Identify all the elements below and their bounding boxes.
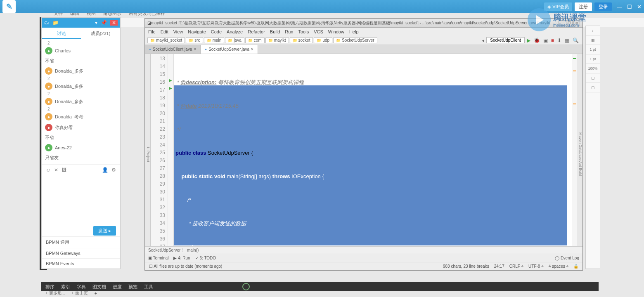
editor-minimap[interactable] xyxy=(572,54,577,246)
menu-tools[interactable]: Tools xyxy=(298,29,309,34)
pin-icon[interactable]: 📌 xyxy=(101,20,107,26)
status-pos[interactable]: 24:17 xyxy=(494,264,504,269)
prop-item[interactable]: ↕ xyxy=(586,26,600,35)
right-toolwindow-bar[interactable]: Maven Database Ant Build xyxy=(577,54,582,246)
ide-statusbar: ☐ All files are up to date (moments ago)… xyxy=(145,262,582,270)
tab-discuss[interactable]: 讨论 xyxy=(42,28,81,39)
vcs-icon[interactable]: ⬇ xyxy=(556,38,563,43)
bottom-item[interactable]: 排序 xyxy=(45,284,54,290)
tab-eventlog[interactable]: ◯ Event Log xyxy=(555,256,579,260)
list-item[interactable]: ●Donalda_多多 xyxy=(42,81,120,92)
login-button[interactable]: 登录 xyxy=(594,2,612,11)
add-page-button[interactable]: + xyxy=(95,291,97,296)
folder-icon[interactable]: 🗂 xyxy=(44,20,49,26)
run-icon[interactable]: ▶ xyxy=(526,38,532,43)
close-icon[interactable]: ✕ xyxy=(637,4,642,10)
stop-icon[interactable]: ■ xyxy=(550,38,555,43)
list-item[interactable]: ●Charles xyxy=(42,45,120,56)
tab-todo[interactable]: ✓ 6: TODO xyxy=(195,256,216,260)
code-area[interactable]: * @description: 每特教育独创第五期互联网架构课程 * @date… xyxy=(174,54,572,246)
x-icon[interactable]: ✕ xyxy=(54,167,58,173)
menu-refactor[interactable]: Refactor xyxy=(248,29,265,34)
crumb[interactable]: SocketUdpServer xyxy=(333,37,377,43)
bottom-item[interactable]: 工具 xyxy=(144,284,153,290)
bottom-item[interactable]: 进度 xyxy=(113,284,122,290)
shape-item[interactable]: BPMN Gateways xyxy=(42,248,120,258)
crumb[interactable]: mayikt xyxy=(265,37,289,43)
prop-item[interactable]: ▦ xyxy=(586,35,600,45)
menu-build[interactable]: Build xyxy=(270,29,280,34)
power-icon[interactable] xyxy=(242,283,250,290)
run-gutter-icon[interactable]: ▶ xyxy=(169,86,172,90)
crumb[interactable]: udp xyxy=(314,37,332,43)
prop-item[interactable]: 1 pt xyxy=(586,45,600,54)
user-icon[interactable]: 👤 xyxy=(102,167,108,173)
page-tab[interactable]: + 第 1 页 xyxy=(71,290,88,296)
send-button[interactable]: 发送 ▸ xyxy=(93,226,116,236)
prop-item[interactable]: 1 pt xyxy=(586,54,600,64)
code-editor[interactable]: 1314151617181920212223242526272829303132… xyxy=(151,54,577,246)
editor-breadcrumb[interactable]: SocketUdpServer 〉 main() xyxy=(145,246,582,254)
crumb[interactable]: mayikt_socket xyxy=(147,37,185,43)
run-config-select[interactable]: SocketUdpClient xyxy=(486,37,524,43)
run-gutter-icon[interactable]: ▶ xyxy=(169,78,172,82)
list-item[interactable]: ●Donalda_多多 xyxy=(42,96,120,107)
menu-window[interactable]: Window xyxy=(328,29,344,34)
crumb[interactable]: src xyxy=(186,37,203,43)
list-item: 不省 xyxy=(42,56,120,66)
crumb[interactable]: main xyxy=(204,37,225,43)
nav-back-icon[interactable]: ◂ xyxy=(481,38,485,43)
maximize-icon[interactable]: ☐ xyxy=(627,4,632,10)
prop-item[interactable]: ▢ xyxy=(586,83,600,92)
search-icon[interactable]: 🔍 xyxy=(571,38,580,43)
tab-members[interactable]: 成员(231) xyxy=(81,28,120,39)
status-indent[interactable]: 4 spaces ÷ xyxy=(549,264,568,269)
debug-icon[interactable]: 🐞 xyxy=(533,38,541,43)
menu-code[interactable]: Code xyxy=(211,29,222,34)
chat-tabs: 讨论 成员(231) xyxy=(42,28,120,39)
crumb[interactable]: com xyxy=(245,37,265,43)
folder-icon[interactable]: 📁 xyxy=(52,20,59,26)
menu-file[interactable]: File xyxy=(148,29,156,34)
list-item[interactable]: ●Donalda_考考 xyxy=(42,111,120,122)
status-enc[interactable]: UTF-8 ÷ xyxy=(528,264,544,269)
structure-icon[interactable]: ▦ xyxy=(564,38,571,43)
emoji-icon[interactable]: ☺ xyxy=(46,167,51,173)
shape-item[interactable]: BPMN Events xyxy=(42,258,120,269)
ide-titlebar[interactable]: ◪ mayikt_socket [E:\临教教育\互联网教育大数据架构学\v50… xyxy=(145,19,582,28)
menu-help[interactable]: Help xyxy=(349,29,359,34)
bottom-item[interactable]: 预览 xyxy=(128,284,137,290)
bottom-item[interactable]: 索引 xyxy=(61,284,70,290)
lock-icon[interactable]: 🔒 xyxy=(573,264,578,269)
image-icon[interactable]: 🖼 xyxy=(62,167,66,173)
gear-icon[interactable]: ⚙ xyxy=(111,167,116,173)
crumb[interactable]: java xyxy=(225,37,244,43)
list-item[interactable]: ●Donalda_多多 xyxy=(42,66,120,76)
menu-view[interactable]: View xyxy=(173,29,183,34)
coverage-icon[interactable]: ▣ xyxy=(542,38,549,43)
menu-vcs[interactable]: VCS xyxy=(314,29,323,34)
editor-tab[interactable]: SocketUdpServer.java× xyxy=(201,45,258,54)
prop-item[interactable]: 100% xyxy=(586,64,600,73)
editor-tab[interactable]: SocketUdpClient.java× xyxy=(145,45,201,54)
left-toolwindow-bar[interactable]: 1: Project xyxy=(145,54,151,246)
close-icon[interactable]: ✕ xyxy=(110,20,118,26)
add-shape-button[interactable]: + 更多形... xyxy=(45,290,65,296)
menu-analyze[interactable]: Analyze xyxy=(227,29,243,34)
bottom-item[interactable]: 字典 xyxy=(77,284,86,290)
shape-item[interactable]: BPMN 通用 xyxy=(42,236,120,248)
bottom-item[interactable]: 图文档 xyxy=(92,284,106,290)
dropdown-icon[interactable]: ▾ xyxy=(95,20,97,26)
prop-item[interactable]: ▢ xyxy=(586,73,600,83)
list-item[interactable]: ●Anes-22 xyxy=(42,142,120,153)
menu-navigate[interactable]: Navigate xyxy=(188,29,206,34)
menu-edit[interactable]: Edit xyxy=(161,29,168,34)
line-numbers: 1314151617181920212223242526272829303132… xyxy=(151,54,168,246)
crumb[interactable]: socket xyxy=(290,37,313,43)
list-item[interactable]: ●你真好看 xyxy=(42,122,120,133)
tab-run[interactable]: ▶ 4: Run xyxy=(173,256,190,260)
tab-terminal[interactable]: ▣ Terminal xyxy=(148,256,168,260)
menu-run[interactable]: Run xyxy=(285,29,293,34)
minimize-icon[interactable]: — xyxy=(617,4,622,10)
status-sep[interactable]: CRLF ÷ xyxy=(509,264,523,269)
